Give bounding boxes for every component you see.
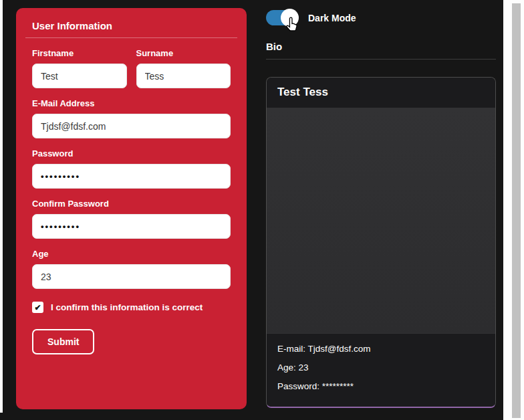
dark-mode-toggle-knob[interactable] xyxy=(281,9,299,27)
bio-email-line: E-mail: Tjdsf@fdsf.com xyxy=(277,344,485,354)
right-column: Dark Mode Bio Test Tess E-mail: Tjdsf@fd… xyxy=(266,0,496,408)
checkmark-icon: ✔ xyxy=(34,303,41,312)
app-background: User Information Firstname Surname E-Mai… xyxy=(0,0,503,420)
panel-title: User Information xyxy=(25,17,237,38)
password-label: Password xyxy=(32,148,231,159)
password-input[interactable] xyxy=(32,164,231,189)
age-label: Age xyxy=(32,249,231,259)
surname-input[interactable] xyxy=(136,64,231,88)
page-left-edge xyxy=(0,0,3,413)
email-input[interactable] xyxy=(32,114,231,138)
confirm-checkbox-row: ✔ I confirm this information is correct xyxy=(32,302,231,313)
scrollbar-thumb[interactable] xyxy=(512,3,521,418)
firstname-input[interactable] xyxy=(32,64,127,88)
scrollbar-track[interactable] xyxy=(503,0,524,420)
confirm-password-label: Confirm Password xyxy=(32,199,231,209)
bio-card-footer: E-mail: Tjdsf@fdsf.com Age: 23 Password:… xyxy=(267,333,495,407)
email-label: E-Mail Address xyxy=(32,98,231,108)
dark-mode-row: Dark Mode xyxy=(266,10,496,25)
firstname-group: Firstname xyxy=(32,38,127,88)
bio-age-line: Age: 23 xyxy=(277,362,485,373)
confirm-password-input[interactable] xyxy=(32,214,231,239)
submit-button[interactable]: Submit xyxy=(32,329,94,354)
age-input[interactable] xyxy=(32,264,231,289)
surname-label: Surname xyxy=(136,48,231,58)
form-body: Firstname Surname E-Mail Address Passwor… xyxy=(25,38,237,354)
confirm-checkbox[interactable]: ✔ xyxy=(32,302,43,313)
bio-heading: Bio xyxy=(266,41,496,60)
confirm-checkbox-label: I confirm this information is correct xyxy=(51,302,203,312)
dark-mode-toggle[interactable] xyxy=(266,10,297,25)
surname-group: Surname xyxy=(136,38,231,88)
bio-password-line: Password: ********* xyxy=(277,381,485,391)
bio-card-title: Test Tess xyxy=(267,78,495,108)
name-fields-row: Firstname Surname xyxy=(32,38,231,88)
bio-card: Test Tess E-mail: Tjdsf@fdsf.com Age: 23… xyxy=(266,77,496,408)
dark-mode-label: Dark Mode xyxy=(308,13,356,23)
firstname-label: Firstname xyxy=(32,48,127,58)
bio-card-body xyxy=(267,108,495,333)
user-information-panel: User Information Firstname Surname E-Mai… xyxy=(16,8,247,409)
